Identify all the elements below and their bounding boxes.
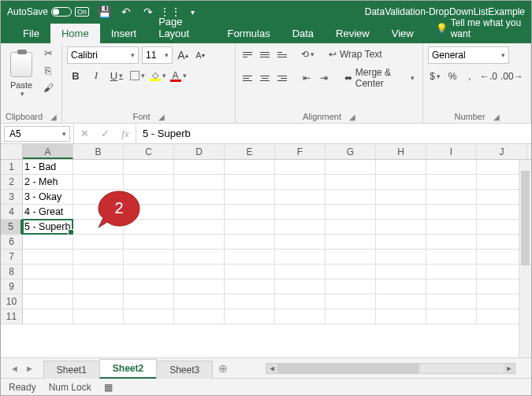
cell-G10[interactable]: [326, 294, 376, 309]
wrap-text-button[interactable]: ↩Wrap Text: [326, 49, 385, 60]
cell-G1[interactable]: [326, 160, 376, 175]
cell-A4[interactable]: 4 - Great: [23, 205, 73, 220]
cell-B11[interactable]: [73, 309, 124, 324]
shrink-font-button[interactable]: A▾: [193, 47, 207, 63]
cell-C6[interactable]: [124, 235, 174, 250]
cell-I10[interactable]: [426, 294, 477, 309]
fx-icon[interactable]: fx: [115, 124, 136, 144]
cell-F10[interactable]: [275, 294, 326, 309]
col-header-J[interactable]: J: [477, 144, 527, 159]
vertical-scrollbar[interactable]: [519, 160, 531, 357]
cell-I4[interactable]: [426, 205, 477, 220]
font-size-combo[interactable]: ▾: [142, 46, 173, 64]
cell-B6[interactable]: [73, 235, 124, 250]
currency-button[interactable]: $▾: [428, 68, 442, 84]
macro-record-icon[interactable]: ▦: [104, 382, 113, 393]
cell-D3[interactable]: [174, 190, 225, 205]
align-bottom-button[interactable]: [275, 46, 289, 62]
cell-A7[interactable]: [23, 250, 73, 265]
number-format-combo[interactable]: ▾: [428, 46, 509, 64]
cells[interactable]: 1 - Bad 2 - Meh 3 - Okay 4 - Great 5 - S…: [23, 160, 531, 357]
cell-G7[interactable]: [326, 250, 376, 265]
tab-file[interactable]: File: [12, 24, 50, 43]
horizontal-scrollbar[interactable]: ◄ ►: [266, 363, 515, 374]
cell-H3[interactable]: [376, 190, 426, 205]
cell-G11[interactable]: [326, 309, 376, 324]
cell-I9[interactable]: [426, 279, 477, 294]
cell-H6[interactable]: [376, 235, 426, 250]
cell-G8[interactable]: [326, 265, 376, 279]
cell-H2[interactable]: [376, 175, 426, 190]
cell-D4[interactable]: [174, 205, 225, 220]
row-header-3[interactable]: 3: [1, 190, 22, 205]
hscroll-left-icon[interactable]: ◄: [266, 364, 277, 373]
cell-I7[interactable]: [426, 250, 477, 265]
merge-center-button[interactable]: ⬌Merge & Center▾: [341, 67, 418, 89]
tab-page-layout[interactable]: Page Layout: [147, 12, 216, 43]
cell-E6[interactable]: [225, 235, 275, 250]
undo-icon[interactable]: ↶: [121, 6, 132, 17]
cell-B10[interactable]: [73, 294, 124, 309]
cut-icon[interactable]: ✂: [42, 46, 54, 59]
cell-G3[interactable]: [326, 190, 376, 205]
autosave-toggle[interactable]: [51, 7, 72, 17]
cell-E3[interactable]: [225, 190, 275, 205]
cell-C7[interactable]: [124, 250, 174, 265]
col-header-I[interactable]: I: [426, 144, 477, 159]
decrease-indent-button[interactable]: ⇤: [299, 70, 314, 86]
row-header-6[interactable]: 6: [1, 235, 22, 250]
cell-I3[interactable]: [426, 190, 477, 205]
row-header-7[interactable]: 7: [1, 250, 22, 265]
cell-B9[interactable]: [73, 279, 124, 294]
font-family-combo[interactable]: ▾: [67, 46, 139, 64]
cell-E7[interactable]: [225, 250, 275, 265]
fill-color-button[interactable]: ◇▾: [149, 67, 166, 84]
tab-data[interactable]: Data: [281, 24, 325, 43]
cancel-icon[interactable]: ✕: [74, 124, 95, 144]
cell-A8[interactable]: [23, 265, 73, 279]
cell-I8[interactable]: [426, 265, 477, 279]
select-all-corner[interactable]: [1, 144, 23, 160]
cell-A3[interactable]: 3 - Okay: [23, 190, 73, 205]
cell-D6[interactable]: [174, 235, 225, 250]
increase-indent-button[interactable]: ⇥: [317, 70, 331, 86]
cell-E5[interactable]: [225, 220, 275, 235]
col-header-E[interactable]: E: [225, 144, 275, 159]
cell-A11[interactable]: [23, 309, 73, 324]
cell-A1[interactable]: 1 - Bad: [23, 160, 73, 175]
col-header-F[interactable]: F: [275, 144, 326, 159]
cell-G6[interactable]: [326, 235, 376, 250]
tab-insert[interactable]: Insert: [100, 24, 148, 43]
cell-I2[interactable]: [426, 175, 477, 190]
row-header-5[interactable]: 5: [1, 220, 22, 235]
cell-F3[interactable]: [275, 190, 326, 205]
cell-E9[interactable]: [225, 279, 275, 294]
col-header-H[interactable]: H: [376, 144, 426, 159]
cell-A9[interactable]: [23, 279, 73, 294]
cell-A5[interactable]: 5 - Superb: [23, 220, 73, 235]
font-color-button[interactable]: A▾: [169, 67, 187, 84]
grid[interactable]: A B C D E F G H I J 1 2 3 4 5 6 7 8 9 10…: [1, 144, 531, 357]
cell-H11[interactable]: [376, 309, 426, 324]
cell-E8[interactable]: [225, 265, 275, 279]
tab-home[interactable]: Home: [50, 24, 100, 43]
cell-E4[interactable]: [225, 205, 275, 220]
cell-C10[interactable]: [124, 294, 174, 309]
autosave-control[interactable]: AutoSave On: [7, 6, 89, 17]
cell-G9[interactable]: [326, 279, 376, 294]
align-middle-button[interactable]: [258, 46, 272, 62]
cell-C8[interactable]: [124, 265, 174, 279]
orientation-button[interactable]: ⟲▾: [300, 46, 314, 62]
increase-decimal-button[interactable]: ←.0: [480, 68, 497, 84]
tab-view[interactable]: View: [381, 24, 425, 43]
col-header-C[interactable]: C: [124, 144, 174, 159]
name-box[interactable]: ▾: [4, 126, 70, 142]
comma-button[interactable]: ,: [463, 68, 477, 84]
cell-H10[interactable]: [376, 294, 426, 309]
cell-D9[interactable]: [174, 279, 225, 294]
cell-B8[interactable]: [73, 265, 124, 279]
row-header-10[interactable]: 10: [1, 294, 22, 309]
cell-F1[interactable]: [275, 160, 326, 175]
italic-button[interactable]: I: [87, 67, 105, 84]
cell-D5[interactable]: [174, 220, 225, 235]
